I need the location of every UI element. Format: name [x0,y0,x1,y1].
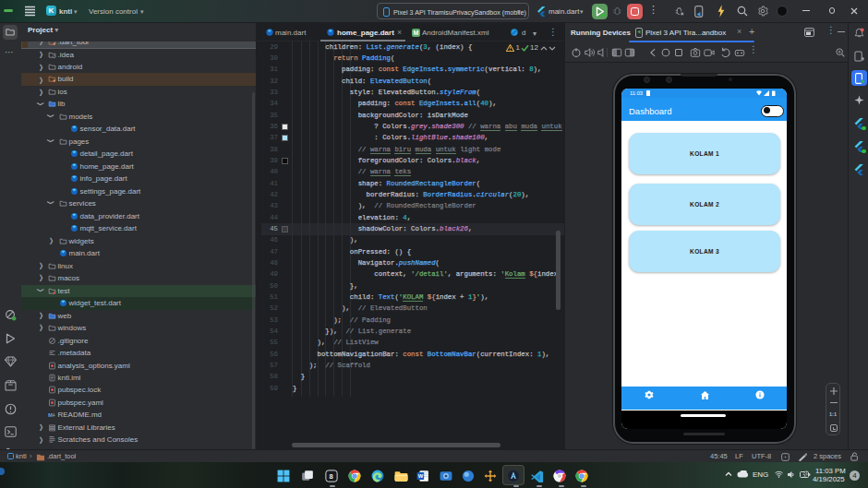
svg-text:M: M [48,412,53,418]
svg-text:W: W [418,473,424,479]
svg-text:8: 8 [329,472,332,481]
